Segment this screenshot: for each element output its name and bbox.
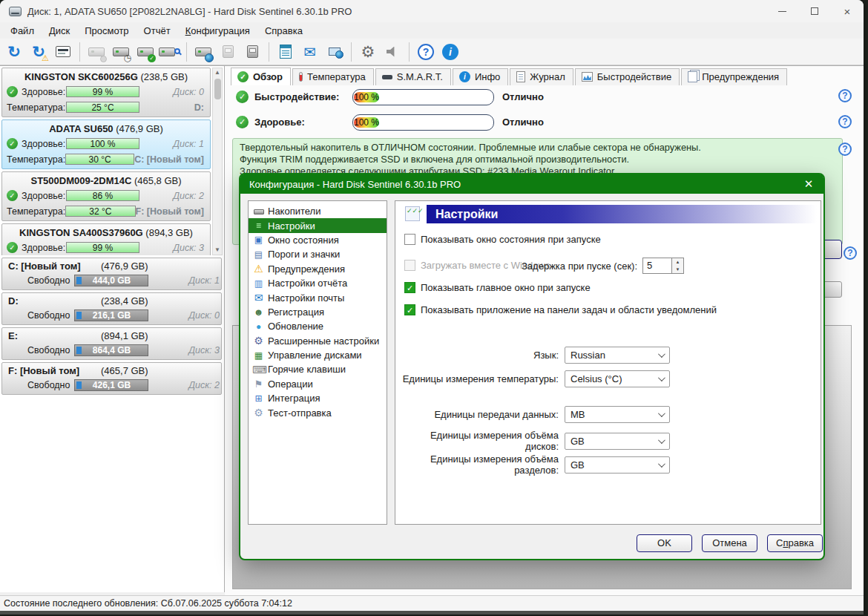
nav-item-integratsiya[interactable]: ⊞Интеграция <box>249 391 387 405</box>
help-hidden-icon[interactable]: ? <box>844 246 857 260</box>
disk-list-scrollbar[interactable]: ▲ ▼ <box>212 68 223 255</box>
mail-icon[interactable]: ✉ <box>299 41 321 63</box>
checkbox-show-main-window[interactable]: ✓ Показывать главное окно при запуске <box>404 282 591 293</box>
network-update-icon[interactable] <box>323 41 346 63</box>
disk-item-kingston-skc600[interactable]: KINGSTON SKC600256G (238,5 GB) ✓ Здоровь… <box>1 68 211 117</box>
disk-mouse-icon[interactable] <box>85 41 108 63</box>
chevron-down-icon <box>658 410 665 417</box>
nav-item-okno-sostoyaniya[interactable]: ▣Окно состояния <box>249 233 387 247</box>
partition-name: D: <box>8 295 19 307</box>
help-icon[interactable]: ? <box>415 41 437 63</box>
spinner-down-icon[interactable]: ▼ <box>672 266 683 273</box>
magnifier-badge-icon <box>174 48 180 54</box>
free-label: Свободно <box>27 310 70 321</box>
refresh-icon[interactable]: ↻ <box>3 41 25 63</box>
temperature-label: Температура: <box>7 154 65 165</box>
tab-overview[interactable]: ✓Обзор <box>231 68 291 85</box>
menu-file[interactable]: Файл <box>3 24 42 38</box>
scrollbar-thumb[interactable] <box>214 79 221 99</box>
disk-volume-units-select[interactable]: GB <box>565 433 670 450</box>
gear-icon: ⚙ <box>252 335 265 346</box>
checkbox-checked-icon[interactable]: ✓ <box>404 304 415 315</box>
close-button[interactable]: × <box>831 0 864 22</box>
settings-gear-icon[interactable]: ⚙ <box>357 41 379 63</box>
help-textarea-icon[interactable]: ? <box>838 142 852 156</box>
disk-online-icon[interactable] <box>192 41 214 63</box>
help-button[interactable]: Справка <box>767 534 823 552</box>
ok-button[interactable]: OK <box>637 534 692 552</box>
nav-item-upravlenie-diskami[interactable]: ▦Управление дисками <box>249 348 387 362</box>
nav-item-nastroyki[interactable]: ≡Настройки <box>249 218 387 232</box>
disk-clock-icon[interactable]: ◷ <box>110 41 132 63</box>
disk-test-icon[interactable]: ✓ <box>134 41 157 63</box>
partition-item-c[interactable]: C: [Новый том](476,9 GB) Свободно 444,0 … <box>1 258 222 290</box>
nav-item-nastroyki-pochty[interactable]: ✉Настройки почты <box>249 290 387 304</box>
disk-management-icon: ▦ <box>252 351 265 360</box>
settings-list-icon: ≡ <box>252 221 265 230</box>
minimize-button[interactable] <box>766 0 798 22</box>
language-select[interactable]: Russian <box>565 347 670 364</box>
nav-item-nastroyki-otcheta[interactable]: ▥Настройки отчёта <box>249 276 387 290</box>
disk-item-kingston-sa400[interactable]: KINGSTON SA400S37960G (894,3 GB) ✓ Здоро… <box>1 223 211 255</box>
temperature-units-field: Единицы измерения температуры: Celsius (… <box>401 370 670 387</box>
checkbox-show-in-taskbar[interactable]: ✓ Показывать приложение на панели задач … <box>404 304 717 315</box>
spinner-buttons[interactable]: ▲▼ <box>672 258 684 274</box>
disk-status-window-icon[interactable] <box>52 41 74 63</box>
tab-performance[interactable]: Быстродействие <box>575 68 680 85</box>
partition-item-e[interactable]: E:(894,1 GB) Свободно 864,4 GB Диск: 3 <box>1 327 222 360</box>
scroll-up-icon[interactable]: ▲ <box>213 68 222 77</box>
partition-item-d[interactable]: D:(238,4 GB) Свободно 216,1 GB Диск: 0 <box>1 292 222 325</box>
disk-tray-icon[interactable] <box>217 41 239 63</box>
main-window: Диск: 1, ADATA SU650 [2P082L2NA8LG] - Ha… <box>0 0 864 615</box>
tab-alerts[interactable]: Предупреждения <box>681 68 787 85</box>
checkbox-checked-icon[interactable]: ✓ <box>404 282 415 293</box>
partition-volume-units-select[interactable]: GB <box>565 456 670 474</box>
toolbar: ↻ ↻⚠ ◷ ✓ ✉ ⚙ ? i <box>0 39 864 65</box>
health-label: Здоровье: <box>22 139 66 149</box>
startup-delay-input[interactable]: 5 <box>642 258 672 274</box>
report-icon[interactable] <box>274 41 297 63</box>
nav-item-registratsiya[interactable]: ☻Регистрация <box>249 305 387 319</box>
nav-item-test-otpravka[interactable]: ⚙Тест-отправка <box>249 405 387 419</box>
nav-item-porogi-i-znachki[interactable]: ▤Пороги и значки <box>249 247 387 261</box>
disk-search-icon[interactable] <box>159 41 181 63</box>
checkbox-show-status-window[interactable]: Показывать окно состояния при запуске <box>404 234 601 245</box>
partition-item-f[interactable]: F: [Новый том](465,7 GB) Свободно 426,1 … <box>1 362 222 395</box>
menu-help[interactable]: Справка <box>257 24 310 38</box>
cancel-button[interactable]: Отмена <box>702 534 757 552</box>
checkbox-unchecked-icon[interactable] <box>404 234 415 245</box>
nav-item-operatsii[interactable]: ⚑Операции <box>249 377 387 391</box>
tab-log[interactable]: Журнал <box>510 68 573 85</box>
disk-item-adata-su650[interactable]: ADATA SU650 (476,9 GB) ✓ Здоровье: 100 %… <box>1 119 211 169</box>
spinner-up-icon[interactable]: ▲ <box>672 258 683 266</box>
sounds-icon[interactable] <box>381 41 404 63</box>
nav-item-nakopiteli[interactable]: Накопители <box>249 204 387 218</box>
tab-temperature[interactable]: Температура <box>292 68 374 85</box>
information-icon[interactable]: i <box>439 41 461 63</box>
transfer-units-select[interactable]: MB <box>565 406 670 423</box>
scroll-down-icon[interactable]: ▼ <box>213 246 222 255</box>
refresh-warning-icon[interactable]: ↻⚠ <box>27 41 50 63</box>
help-performance-icon[interactable]: ? <box>838 89 852 102</box>
tab-smart[interactable]: S.M.A.R.T. <box>375 68 451 85</box>
menu-configuration[interactable]: Конфигурация <box>178 24 257 38</box>
temperature-units-select[interactable]: Celsius (°C) <box>565 370 670 387</box>
performance-status: Отлично <box>502 91 544 102</box>
menu-report[interactable]: Отчёт <box>137 24 178 38</box>
nav-item-obnovlenie[interactable]: ●Обновление <box>249 319 387 333</box>
disk-item-st500dm009[interactable]: ST500DM009-2DM14C (465,8 GB) ✓ Здоровье:… <box>1 171 211 221</box>
disk-eject-icon[interactable] <box>241 41 263 63</box>
maximize-button[interactable] <box>798 0 831 22</box>
menu-view[interactable]: Просмотр <box>77 24 136 38</box>
free-label: Свободно <box>27 380 70 390</box>
nav-item-rasshirennye-nastroyki[interactable]: ⚙Расширенные настройки <box>249 334 387 348</box>
nav-item-preduprezhdeniya[interactable]: ⚠Предупреждения <box>249 262 387 276</box>
dialog-close-icon[interactable]: ✕ <box>794 177 823 191</box>
chart-icon <box>582 72 593 82</box>
nav-item-goryachie-klavishi[interactable]: ⌨Горячие клавиши <box>249 362 387 376</box>
menu-disk[interactable]: Диск <box>42 24 77 38</box>
help-health-icon[interactable]: ? <box>838 115 852 128</box>
tab-info[interactable]: iИнфо <box>453 68 508 85</box>
test-send-icon: ⚙ <box>252 407 265 418</box>
partition-list: C: [Новый том](476,9 GB) Свободно 444,0 … <box>1 258 222 397</box>
